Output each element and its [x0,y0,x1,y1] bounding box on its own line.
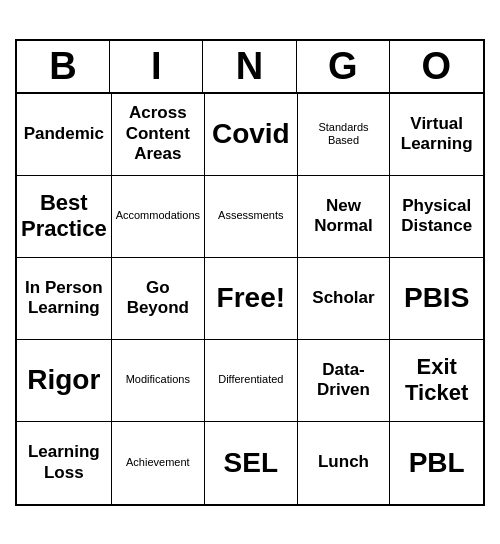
cell-label: Best Practice [21,190,107,243]
bingo-cell: Modifications [112,340,205,422]
bingo-cell: Pandemic [17,94,112,176]
bingo-grid: PandemicAcross Content AreasCovidStandar… [17,94,483,504]
header-letter: O [390,41,483,92]
cell-label: PBL [409,446,465,480]
cell-label: Standards Based [302,121,386,147]
bingo-cell: Across Content Areas [112,94,205,176]
bingo-header: BINGO [17,41,483,94]
cell-label: Rigor [27,363,100,397]
cell-label: Exit Ticket [394,354,479,407]
bingo-cell: Covid [205,94,298,176]
bingo-cell: Accommodations [112,176,205,258]
bingo-cell: PBL [390,422,483,504]
header-letter: G [297,41,390,92]
bingo-cell: Exit Ticket [390,340,483,422]
bingo-cell: Achievement [112,422,205,504]
bingo-cell: In Person Learning [17,258,112,340]
cell-label: Differentiated [218,373,283,386]
cell-label: Data-Driven [302,360,386,401]
bingo-cell: Learning Loss [17,422,112,504]
cell-label: New Normal [302,196,386,237]
cell-label: Achievement [126,456,190,469]
cell-label: In Person Learning [21,278,107,319]
bingo-cell: Standards Based [298,94,391,176]
bingo-cell: Data-Driven [298,340,391,422]
bingo-cell: Virtual Learning [390,94,483,176]
header-letter: I [110,41,203,92]
cell-label: Pandemic [24,124,104,144]
cell-label: Physical Distance [394,196,479,237]
bingo-cell: Go Beyond [112,258,205,340]
bingo-cell: Differentiated [205,340,298,422]
cell-label: Modifications [126,373,190,386]
bingo-cell: Assessments [205,176,298,258]
cell-label: Assessments [218,209,283,222]
cell-label: Go Beyond [116,278,200,319]
cell-label: PBIS [404,281,469,315]
bingo-cell: Best Practice [17,176,112,258]
cell-label: Learning Loss [21,442,107,483]
bingo-cell: Scholar [298,258,391,340]
bingo-cell: Rigor [17,340,112,422]
cell-label: Covid [212,117,290,151]
cell-label: Lunch [318,452,369,472]
cell-label: Virtual Learning [394,114,479,155]
header-letter: N [203,41,296,92]
cell-label: Across Content Areas [116,103,200,164]
bingo-card: BINGO PandemicAcross Content AreasCovidS… [15,39,485,506]
bingo-cell: PBIS [390,258,483,340]
bingo-cell: SEL [205,422,298,504]
bingo-cell: New Normal [298,176,391,258]
header-letter: B [17,41,110,92]
cell-label: Scholar [312,288,374,308]
cell-label: Free! [217,281,285,315]
cell-label: Accommodations [116,209,200,222]
bingo-cell: Physical Distance [390,176,483,258]
cell-label: SEL [224,446,278,480]
bingo-cell: Free! [205,258,298,340]
bingo-cell: Lunch [298,422,391,504]
